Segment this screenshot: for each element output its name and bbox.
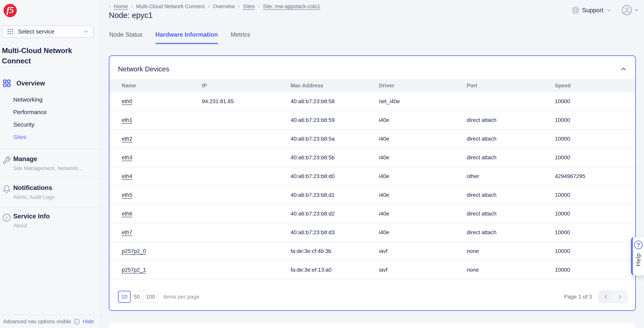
apps-grid-icon bbox=[7, 28, 14, 35]
sidebar-item-subtitle: Site Management, Networki... bbox=[13, 165, 95, 172]
sidebar-item-service-info[interactable]: Service Info About bbox=[0, 212, 100, 229]
next-page-button[interactable] bbox=[613, 291, 628, 303]
breadcrumb-item[interactable]: Sites bbox=[243, 4, 255, 10]
app-root: f5 Select service Multi-Cloud Network Co… bbox=[0, 0, 644, 328]
page-size-50-button[interactable]: 50 bbox=[131, 291, 143, 303]
service-title: Multi-Cloud Network Connect bbox=[2, 46, 92, 66]
help-label: Help bbox=[635, 253, 642, 266]
device-name-link[interactable]: eth7 bbox=[122, 229, 132, 235]
breadcrumb-item[interactable]: Overview bbox=[213, 4, 235, 10]
column-header: Port bbox=[467, 83, 555, 89]
advanced-nav-label: Advanced nav options visible bbox=[3, 319, 71, 325]
cell-speed: 10000 bbox=[555, 117, 628, 123]
cell-speed: 10000 bbox=[555, 136, 628, 142]
cell-driver: i40e bbox=[379, 229, 467, 236]
cell-driver: iavf bbox=[379, 248, 467, 254]
cell-port: other bbox=[467, 173, 555, 180]
tab-metrics[interactable]: Metrics bbox=[231, 31, 250, 44]
network-devices-card: Network Devices Name IP Mac Address Driv… bbox=[109, 56, 636, 311]
device-name-link[interactable]: eth0 bbox=[122, 98, 132, 104]
device-name-link[interactable]: eth1 bbox=[122, 117, 132, 123]
table-row: eth1 40:a6:b7:23:b8:59 i40e direct attac… bbox=[110, 111, 635, 130]
sidebar-divider bbox=[0, 148, 100, 149]
breadcrumb-separator: › bbox=[131, 3, 133, 10]
device-name-link[interactable]: eth2 bbox=[122, 136, 132, 142]
help-button[interactable]: ? Help bbox=[631, 237, 644, 275]
sidebar-item-notifications[interactable]: Notifications Alerts, Audit Logs bbox=[0, 184, 100, 200]
cell-mac: 40:a6:b7:23:b8:d3 bbox=[290, 229, 379, 236]
table-row: eth0 94.231.81.85 40:a6:b7:23:b8:58 net_… bbox=[110, 92, 635, 111]
sidebar-item-label: Manage bbox=[13, 155, 100, 163]
table-header-row: Name IP Mac Address Driver Port Speed bbox=[110, 79, 635, 92]
collapse-section-button[interactable] bbox=[620, 66, 627, 72]
info-icon bbox=[74, 318, 80, 325]
page-size-selector: 10 50 100 bbox=[118, 291, 158, 303]
support-menu[interactable]: Support bbox=[572, 7, 612, 14]
cell-mac: 40:a6:b7:23:b8:5b bbox=[290, 154, 379, 161]
cell-driver: i40e bbox=[379, 154, 467, 161]
sidebar-item-overview[interactable]: Overview bbox=[2, 79, 45, 88]
card-title: Network Devices bbox=[118, 65, 169, 73]
breadcrumb-separator: › bbox=[238, 3, 240, 10]
cell-port: none bbox=[467, 248, 555, 254]
cell-mac: 40:a6:b7:23:b8:d1 bbox=[290, 192, 379, 198]
question-mark-icon: ? bbox=[634, 241, 643, 249]
sidebar-item-networking[interactable]: Networking bbox=[13, 96, 42, 103]
hide-nav-link[interactable]: Hide bbox=[83, 318, 94, 325]
wrench-icon bbox=[2, 156, 11, 164]
sidebar-footer: Advanced nav options visible Hide bbox=[0, 315, 100, 328]
f5-logo: f5 bbox=[4, 4, 17, 17]
sidebar-item-label: Service Info bbox=[13, 212, 100, 220]
device-name-link[interactable]: eth3 bbox=[122, 154, 132, 160]
table-row: eth5 40:a6:b7:23:b8:d1 i40e direct attac… bbox=[110, 186, 635, 204]
cell-speed: 10000 bbox=[555, 248, 628, 254]
cell-port: direct attach bbox=[467, 154, 555, 161]
cell-mac: fa:de:3e:ef:13:a0 bbox=[290, 267, 379, 273]
tab-hardware-information[interactable]: Hardware Information bbox=[156, 31, 218, 44]
device-name-link[interactable]: p257p2_1 bbox=[122, 267, 146, 273]
sidebar-item-security[interactable]: Security bbox=[13, 121, 34, 128]
page-size-100-button[interactable]: 100 bbox=[143, 291, 158, 303]
sidebar-item-manage[interactable]: Manage Site Management, Networki... bbox=[0, 155, 100, 172]
tab-node-status[interactable]: Node Status bbox=[109, 31, 142, 44]
cell-mac: fa:de:3e:cf:4b:3b bbox=[290, 248, 379, 254]
cell-speed: 10000 bbox=[555, 98, 628, 104]
page-size-10-button[interactable]: 10 bbox=[118, 291, 131, 303]
cell-driver: i40e bbox=[379, 192, 467, 198]
cell-speed: 4294967295 bbox=[555, 173, 628, 180]
table-row: eth4 40:a6:b7:23:b8:d0 i40e other 429496… bbox=[110, 167, 635, 186]
table-row: p257p2_1 fa:de:3e:ef:13:a0 iavf none 100… bbox=[110, 261, 635, 280]
previous-page-button[interactable] bbox=[598, 291, 613, 303]
cell-driver: i40e bbox=[379, 117, 467, 123]
cell-mac: 40:a6:b7:23:b8:5a bbox=[290, 136, 379, 142]
device-name-link[interactable]: p257p2_0 bbox=[122, 248, 146, 254]
sidebar-divider bbox=[0, 178, 100, 179]
breadcrumb-item[interactable]: Site: mw-appstack-colo1 bbox=[263, 4, 320, 10]
device-name-link[interactable]: eth6 bbox=[122, 210, 132, 217]
column-header: Mac Address bbox=[290, 83, 379, 89]
avatar bbox=[622, 5, 632, 15]
breadcrumb-item[interactable]: Home bbox=[114, 4, 128, 10]
account-menu[interactable] bbox=[622, 5, 639, 15]
pagination-bar: 10 50 100 items per page Page 1 of 3 bbox=[110, 280, 635, 303]
cell-mac: 40:a6:b7:23:b8:59 bbox=[290, 117, 379, 123]
cell-speed: 10000 bbox=[555, 210, 628, 217]
breadcrumb-separator: › bbox=[208, 3, 210, 10]
sidebar-item-sites[interactable]: Sites bbox=[13, 134, 26, 140]
breadcrumb-item[interactable]: Multi-Cloud Network Connect bbox=[136, 4, 204, 10]
sidebar-divider bbox=[0, 207, 100, 207]
table-row: eth7 40:a6:b7:23:b8:d3 i40e direct attac… bbox=[110, 223, 635, 242]
device-name-link[interactable]: eth5 bbox=[122, 192, 132, 198]
overview-grid-icon bbox=[2, 79, 11, 88]
sidebar-item-performance[interactable]: Performance bbox=[13, 109, 47, 116]
cell-port: direct attach bbox=[467, 117, 555, 123]
device-name-link[interactable]: eth4 bbox=[122, 173, 132, 179]
sidebar-item-label: Notifications bbox=[13, 184, 100, 192]
column-header: IP bbox=[202, 83, 290, 89]
table-row: eth3 40:a6:b7:23:b8:5b i40e direct attac… bbox=[110, 148, 635, 167]
cell-mac: 40:a6:b7:23:b8:58 bbox=[290, 98, 379, 104]
column-header: Speed bbox=[555, 83, 628, 89]
cell-driver: iavf bbox=[379, 267, 467, 273]
select-service-dropdown[interactable]: Select service bbox=[2, 25, 94, 38]
cell-port: none bbox=[467, 267, 555, 273]
